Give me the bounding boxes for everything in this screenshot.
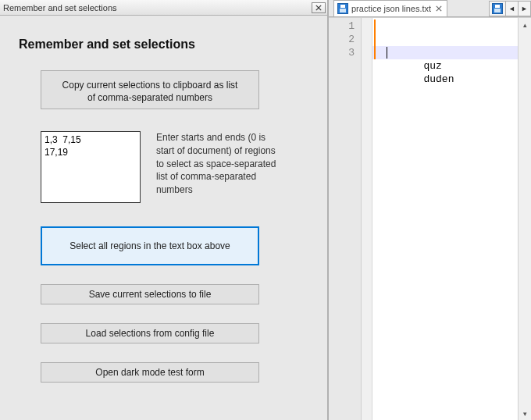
tabbar: practice json lines.txt ◄ ► [329,0,531,17]
editor-tab[interactable]: practice json lines.txt [333,0,447,16]
scroll-up-button[interactable]: ▴ [519,18,531,31]
selection-marker [374,33,376,46]
tab-close-button[interactable] [434,4,444,13]
panel-body: Remember and set selections Copy current… [0,16,327,420]
disk-icon [337,3,348,14]
disk-icon [492,3,503,14]
line-number: 3 [329,46,361,59]
select-regions-button[interactable]: Select all regions in the text box above [41,226,259,265]
marker-margin [362,18,372,420]
close-icon [315,5,322,11]
regions-row: Enter starts and ends (0 is start of doc… [41,131,313,203]
load-selections-button[interactable]: Load selections from config file [41,323,259,343]
text-caret [387,47,387,59]
left-panel: Remember and set selections Remember and… [0,0,328,420]
copy-selections-button[interactable]: Copy current selections to clipboard as … [41,70,259,109]
window-title: Remember and set selections [3,3,312,12]
close-icon [436,5,442,12]
tab-scroll-left-button[interactable]: ◄ [506,1,519,16]
new-file-button[interactable] [489,1,506,16]
tab-scroll-right-button[interactable]: ► [519,1,531,16]
scroll-down-button[interactable]: ▾ [519,407,531,420]
panel-heading: Remember and set selections [19,37,313,52]
line-number-gutter: 1 2 3 [329,18,362,420]
code-line[interactable]: duden [372,46,518,59]
code-area[interactable]: foobarbaz quz duden [372,18,518,420]
line-number: 2 [329,33,361,46]
open-darkmode-button[interactable]: Open dark mode test form [41,362,259,383]
editor-panel: practice json lines.txt ◄ ► 1 2 3 [328,0,531,420]
editor-area[interactable]: 1 2 3 foobarbaz quz duden ▴ ▾ [329,17,531,420]
regions-help-text: Enter starts and ends (0 is start of doc… [156,131,281,197]
titlebar: Remember and set selections [0,0,327,16]
code-line[interactable]: foobarbaz [372,20,518,33]
regions-input[interactable] [41,131,141,203]
window-close-button[interactable] [312,2,326,13]
line-number: 1 [329,20,361,33]
selection-marker [374,20,376,33]
vertical-scrollbar[interactable]: ▴ ▾ [518,18,531,420]
code-text: duden [423,73,454,85]
code-line[interactable]: quz [372,33,518,46]
selection-marker [374,46,376,59]
tab-label: practice json lines.txt [351,4,431,13]
code-text: quz [423,60,441,72]
tabbar-controls: ◄ ► [489,0,531,16]
save-selections-button[interactable]: Save current selections to file [41,284,259,304]
